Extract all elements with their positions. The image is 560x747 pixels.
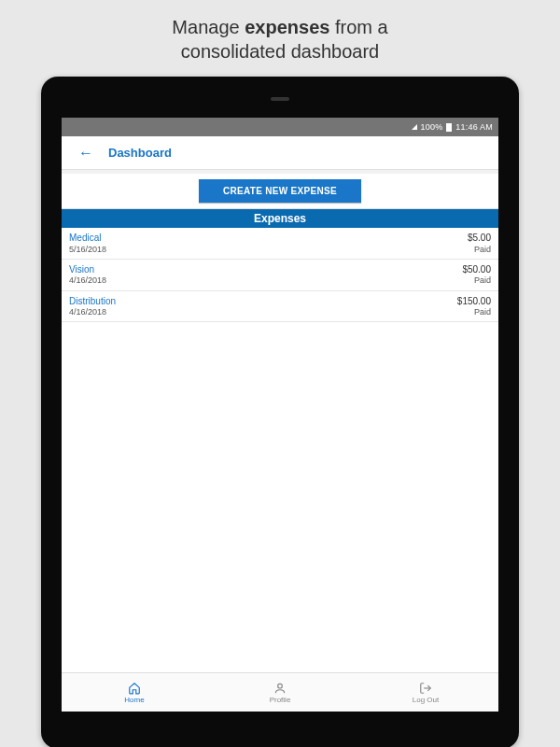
create-expense-row: CREATE NEW EXPENSE (62, 174, 498, 209)
expense-amount: $5.00 (468, 233, 491, 245)
nav-profile[interactable]: Profile (207, 673, 353, 712)
expense-row[interactable]: Medical 5/16/2018 $5.00 Paid (62, 228, 498, 260)
expenses-list: Medical 5/16/2018 $5.00 Paid Vision 4/16… (62, 228, 498, 322)
caption-bold: expenses (245, 17, 329, 37)
app-header: ← Dashboard (62, 136, 498, 170)
nav-logout[interactable]: Log Out (353, 673, 498, 712)
bottom-nav: Home Profile Log Out (62, 672, 498, 712)
battery-level: 100% (421, 122, 443, 132)
expense-status: Paid (457, 307, 491, 317)
expenses-section-header: Expenses (62, 209, 498, 228)
expense-date: 5/16/2018 (69, 245, 106, 255)
expense-title: Medical (69, 233, 106, 245)
nav-home-label: Home (124, 696, 144, 704)
expense-row[interactable]: Vision 4/16/2018 $50.00 Paid (62, 260, 498, 291)
tablet-screen: 100% 11:46 AM ← Dashboard CREATE NEW EXP… (62, 118, 498, 712)
expense-status: Paid (468, 245, 491, 255)
android-status-bar: 100% 11:46 AM (62, 118, 498, 136)
expense-amount: $150.00 (457, 296, 491, 308)
battery-icon (446, 123, 452, 132)
expense-row[interactable]: Distribution 4/16/2018 $150.00 Paid (62, 291, 498, 323)
expense-date: 4/16/2018 (69, 275, 106, 286)
expense-title: Vision (69, 264, 106, 276)
expense-amount: $50.00 (462, 264, 491, 276)
expense-date: 4/16/2018 (69, 307, 116, 317)
expense-status: Paid (462, 275, 491, 286)
nav-logout-label: Log Out (413, 696, 439, 704)
caption-pre: Manage (172, 17, 245, 37)
expense-title: Distribution (69, 296, 116, 308)
home-icon (128, 682, 141, 695)
nav-profile-label: Profile (270, 696, 291, 704)
tablet-camera (271, 97, 289, 101)
content-blank-area (62, 322, 498, 672)
profile-icon (273, 682, 287, 695)
marketing-caption: Manage expenses from a consolidated dash… (0, 0, 560, 77)
page-title: Dashboard (108, 146, 172, 160)
tablet-frame: 100% 11:46 AM ← Dashboard CREATE NEW EXP… (41, 77, 519, 747)
signal-icon (412, 124, 417, 130)
svg-point-0 (278, 684, 283, 688)
logout-icon (419, 682, 432, 695)
status-time: 11:46 AM (455, 122, 493, 132)
back-arrow-icon[interactable]: ← (71, 141, 101, 165)
nav-home[interactable]: Home (62, 673, 207, 712)
create-new-expense-button[interactable]: CREATE NEW EXPENSE (199, 179, 361, 203)
